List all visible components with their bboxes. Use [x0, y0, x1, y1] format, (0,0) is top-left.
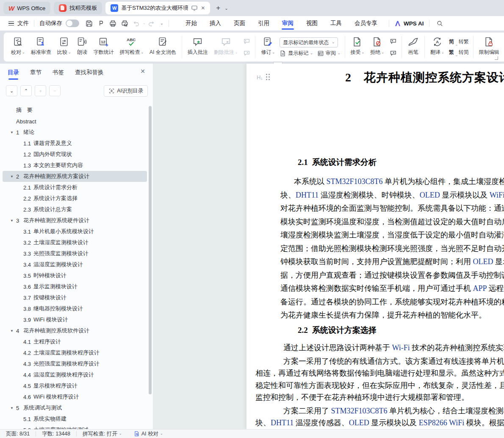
dialog-launcher-icon[interactable]: [495, 56, 498, 60]
toc-item[interactable]: 3.5时钟模块设计: [3, 270, 147, 281]
quickbar-customize-chevron-icon[interactable]: ⌄: [160, 21, 163, 25]
body-text-line: 块、DHT11 温湿度检测模块、时钟模块、OLED 显示模块以及 WiFi 通信…: [280, 190, 504, 200]
toc-item[interactable]: 2.1系统设计需求分析: [3, 182, 147, 193]
toc-item[interactable]: 3.8继电器控制模块设计: [3, 303, 147, 314]
toc-item[interactable]: 1.1课题背景及意义: [3, 138, 147, 149]
word-count-button[interactable]: 12 字数统计: [90, 33, 116, 61]
navigation-sidebar: 目录 章节 书签 查找和替换 ✕ ⌄ ⌃ ＋ － AI识别目录 摘 要Abstr…: [0, 64, 153, 429]
spellcheck-status[interactable]: 拼写检查: 打开⌄: [77, 430, 128, 438]
toc-item[interactable]: 4.5显示模块程序设计: [3, 380, 147, 391]
heading-level-marker[interactable]: H₁: [257, 74, 270, 81]
print-button[interactable]: [107, 18, 118, 28]
toc-item[interactable]: 4.1主程序设计: [3, 336, 147, 347]
menu-item-start[interactable]: 开始: [179, 16, 203, 31]
toc-item[interactable]: ▼2花卉种植测控系统方案设计: [3, 171, 147, 182]
toc-item[interactable]: 3.9WiFi 模块设计: [3, 314, 147, 325]
toc-item[interactable]: 1.3本文的主要研究内容: [3, 160, 147, 171]
toc-item[interactable]: 摘 要: [3, 105, 147, 116]
toc-item[interactable]: 4.4温湿度监测模块程序设计: [3, 369, 147, 380]
toc-collapse-arrow-icon[interactable]: ▼: [10, 131, 14, 134]
toc-item[interactable]: ▼1绪论: [3, 127, 147, 138]
tab-docer-templates[interactable]: 找稻壳模板: [54, 2, 102, 14]
file-menu[interactable]: 文件: [17, 20, 29, 27]
previous-change-icon[interactable]: [388, 36, 398, 46]
toc-collapse-arrow-icon[interactable]: ▼: [10, 175, 14, 179]
toc-item[interactable]: 3.6显示监测模块设计: [3, 281, 147, 292]
word-count-indicator[interactable]: 字数: 13448: [36, 430, 76, 438]
to-traditional-button[interactable]: 简 转繁: [449, 38, 469, 45]
toc-item[interactable]: 5.2土壤湿度测控功能测试: [3, 424, 147, 429]
save-button[interactable]: [83, 18, 94, 28]
toc-item[interactable]: 3.4温湿度监测模块设计: [3, 259, 147, 270]
restrict-editing-button[interactable]: 限制编辑: [476, 33, 502, 61]
hamburger-menu-icon[interactable]: [8, 21, 14, 26]
sidebar-tab-sections[interactable]: 章节: [30, 69, 42, 79]
reject-change-button[interactable]: 拒绝⌄: [367, 33, 387, 61]
sidebar-close-icon[interactable]: ✕: [140, 68, 145, 75]
translate-button[interactable]: A 翻译⌄: [427, 33, 447, 61]
new-tab-button[interactable]: +: [216, 4, 220, 12]
document-page[interactable]: H₁ 2 花卉种植测控系统方案设计 2.1系统设计需求分析本系统以 STM32F…: [246, 64, 504, 429]
sidebar-tab-bookmarks[interactable]: 书签: [53, 69, 64, 79]
toc-collapse-arrow-icon[interactable]: ▼: [10, 406, 14, 410]
sidebar-tab-contents[interactable]: 目录: [8, 69, 19, 79]
spell-check-button[interactable]: ABC 拼写检查⌄: [116, 33, 147, 61]
toc-item[interactable]: 4.6WiFi 模块程序设计: [3, 391, 147, 402]
close-tab-icon[interactable]: ✕: [201, 6, 205, 11]
tab-current-document[interactable]: W 基于STM32的农业大棚环境监 ✕: [105, 2, 210, 14]
search-icon[interactable]: [435, 18, 446, 28]
toc-item[interactable]: 3.2土壤湿度监测模块设计: [3, 237, 147, 248]
toc-expand-all-button[interactable]: ⌄: [6, 85, 17, 96]
sidebar-tab-find-replace[interactable]: 查找和替换: [75, 69, 104, 79]
proofread-button[interactable]: 校对⌄: [8, 33, 28, 61]
toc-item[interactable]: 3.1单片机最小系统模块设计: [3, 226, 147, 237]
ink-pen-button[interactable]: 画笔: [404, 33, 422, 61]
page-indicator[interactable]: 页面: 8/31: [0, 430, 36, 438]
menu-item-insert[interactable]: 插入: [203, 16, 227, 31]
menu-item-tools[interactable]: 工具: [324, 16, 348, 31]
toc-item[interactable]: ▼3花卉种植测控系统硬件设计: [3, 215, 147, 226]
toc-item[interactable]: 2.3系统设计总方案: [3, 204, 147, 215]
to-simplified-button[interactable]: 繁 转简: [449, 49, 469, 56]
read-aloud-button[interactable]: 朗读: [74, 33, 90, 61]
print-preview-button[interactable]: [119, 18, 130, 28]
screen-share-icon[interactable]: [191, 6, 197, 11]
output-pdf-button[interactable]: [95, 18, 106, 28]
menu-item-reference[interactable]: 引用: [252, 16, 276, 31]
markup-state-dropdown[interactable]: 显示标记的最终状态 ⌄: [280, 37, 338, 47]
menu-item-review[interactable]: 审阅: [276, 16, 300, 31]
compare-button[interactable]: 比较⌄: [54, 33, 74, 61]
sidebar-scrollbar[interactable]: [149, 106, 152, 394]
ai-proofread-button[interactable]: AI 校对⌄: [128, 430, 169, 438]
toc-item[interactable]: 2.2系统设计方案选择: [3, 193, 147, 204]
ai-recognize-toc-button[interactable]: AI识别目录: [104, 85, 148, 97]
wps-ai-button[interactable]: WPS AI: [394, 20, 424, 27]
tab-list-chevron-icon[interactable]: ⌄: [224, 6, 228, 11]
toc-item[interactable]: 5.1系统实物搭建: [3, 413, 147, 424]
track-changes-button[interactable]: 修订⌄: [258, 33, 278, 61]
standard-review-button[interactable]: 标准审查: [28, 33, 54, 61]
toc-item[interactable]: 4.2土壤湿度监测模块程序设计: [3, 347, 147, 358]
tab-wps-home[interactable]: W WPS Office: [3, 2, 50, 14]
insert-comment-button[interactable]: 插入批注: [185, 33, 211, 61]
toc-collapse-arrow-icon[interactable]: ▼: [10, 329, 14, 333]
menu-item-member[interactable]: 会员专享: [348, 16, 384, 31]
menu-item-view[interactable]: 视图: [300, 16, 324, 31]
toc-item[interactable]: ▼4花卉种植测控系统软件设计: [3, 325, 147, 336]
autosave-toggle[interactable]: [66, 20, 79, 27]
toc-item[interactable]: ▼5系统调试与测试: [3, 402, 147, 413]
toc-collapse-all-button[interactable]: ⌃: [20, 85, 32, 96]
accept-change-button[interactable]: 接受⌄: [348, 33, 368, 61]
toc-collapse-arrow-icon[interactable]: ▼: [10, 219, 14, 223]
next-change-icon[interactable]: [388, 48, 398, 58]
menu-item-page[interactable]: 页面: [227, 16, 252, 31]
toc-item[interactable]: 1.2国内外研究现状: [3, 149, 147, 160]
ai-polish-button[interactable]: AI 全文润色: [147, 33, 179, 61]
show-markup-button[interactable]: 显示标记⌄: [280, 50, 313, 57]
toc-item[interactable]: Abstract: [3, 116, 147, 127]
review-pane-button[interactable]: 审阅⌄: [317, 50, 341, 57]
toc-item[interactable]: 3.7按键模块设计: [3, 292, 147, 303]
toc-item[interactable]: 3.3光照强度监测模块设计: [3, 248, 147, 259]
toc-item[interactable]: 4.3光照强度监测模块程序设计: [3, 358, 147, 369]
drag-handle-icon[interactable]: [266, 74, 270, 81]
